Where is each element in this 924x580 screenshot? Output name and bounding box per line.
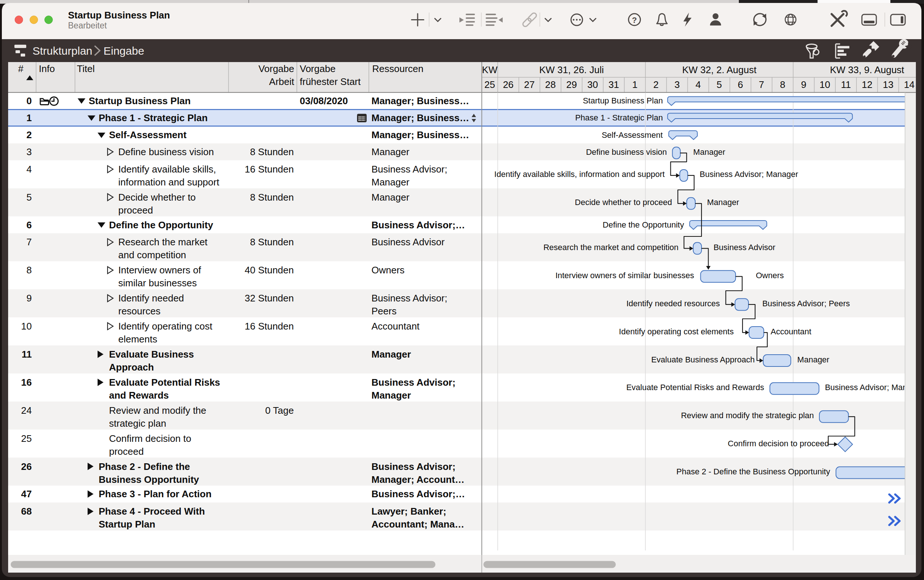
svg-text:6: 6 — [26, 219, 32, 231]
svg-text:7: 7 — [759, 79, 764, 90]
svg-text:16: 16 — [21, 377, 32, 388]
svg-text:Review and modify the strategi: Review and modify the strategic plan — [681, 411, 814, 420]
svg-text:KW 33, 9. August: KW 33, 9. August — [830, 64, 904, 75]
svg-text:Define the Opportunity: Define the Opportunity — [109, 219, 213, 231]
svg-text:32 Stunden: 32 Stunden — [245, 293, 294, 304]
svg-text:Manager: Manager — [693, 147, 726, 157]
svg-text:Startup Business Plan: Startup Business Plan — [583, 96, 663, 105]
svg-text:3: 3 — [675, 79, 680, 90]
svg-text:Vorgabe: Vorgabe — [258, 63, 294, 74]
svg-text:6: 6 — [738, 79, 743, 90]
svg-text:Info: Info — [39, 63, 55, 74]
svg-text:Business Advisor; Peers: Business Advisor; Peers — [762, 299, 850, 308]
svg-text:5: 5 — [717, 79, 722, 90]
svg-text:40 Stunden: 40 Stunden — [245, 265, 294, 275]
svg-text:29: 29 — [566, 79, 577, 90]
svg-text:Phase 3 - Plan for Action: Phase 3 - Plan for Action — [99, 488, 211, 499]
svg-text:Evaluate Business: Evaluate Business — [109, 349, 194, 360]
svg-text:Accountant; Mana…: Accountant; Mana… — [371, 519, 464, 530]
svg-text:47: 47 — [21, 488, 32, 499]
svg-text:4: 4 — [696, 79, 701, 90]
svg-text:Business Advisor;: Business Advisor; — [371, 164, 447, 175]
svg-text:28: 28 — [545, 79, 556, 90]
svg-text:Confirm decision to: Confirm decision to — [109, 433, 191, 444]
svg-text:Business Advisor: Business Advisor — [371, 236, 445, 247]
svg-text:Peers: Peers — [371, 305, 397, 316]
svg-text:Self-Assessment: Self-Assessment — [602, 130, 663, 140]
svg-text:Define business vision: Define business vision — [118, 146, 214, 157]
svg-text:Identify operating cost elemen: Identify operating cost elements — [619, 327, 734, 336]
svg-text:10: 10 — [819, 79, 830, 90]
svg-text:Manager; Business…: Manager; Business… — [371, 95, 469, 106]
svg-text:Evaluate Potential Risks: Evaluate Potential Risks — [109, 377, 220, 388]
svg-text:27: 27 — [524, 79, 535, 90]
svg-text:Confirm decision to proceed: Confirm decision to proceed — [728, 439, 829, 448]
svg-text:Define the Opportunity: Define the Opportunity — [603, 220, 684, 229]
svg-text:Business Advisor;…: Business Advisor;… — [371, 488, 465, 499]
svg-text:14: 14 — [904, 79, 915, 90]
svg-text:Phase 4 - Proceed With: Phase 4 - Proceed With — [99, 506, 205, 517]
svg-text:#: # — [18, 63, 24, 74]
svg-text:30: 30 — [587, 79, 598, 90]
svg-text:8 Stunden: 8 Stunden — [250, 146, 294, 157]
svg-text:Business Advisor;: Business Advisor; — [371, 293, 447, 304]
svg-text:Evaluate Potential Risks and R: Evaluate Potential Risks and Rewards — [626, 383, 764, 392]
svg-text:Identify needed resources: Identify needed resources — [627, 299, 720, 308]
svg-text:Eingabe: Eingabe — [104, 45, 144, 57]
svg-text:8 Stunden: 8 Stunden — [250, 236, 294, 247]
svg-text:Business Advisor;: Business Advisor; — [371, 461, 455, 472]
svg-text:Startup Business Plan: Startup Business Plan — [89, 95, 191, 106]
svg-text:5: 5 — [26, 192, 32, 203]
svg-text:Identify needed: Identify needed — [118, 293, 184, 304]
svg-text:Identify available skills,: Identify available skills, — [118, 164, 216, 175]
svg-text:Manager; Business…: Manager; Business… — [371, 112, 469, 124]
svg-text:0 Tage: 0 Tage — [265, 405, 294, 416]
svg-text:0: 0 — [26, 95, 32, 106]
svg-text:frühester Start: frühester Start — [300, 76, 361, 87]
svg-text:KW 32, 2. August: KW 32, 2. August — [682, 64, 757, 75]
svg-text:Lawyer; Banker;: Lawyer; Banker; — [371, 506, 446, 517]
svg-text:Manager: Manager — [797, 355, 829, 364]
svg-text:9: 9 — [26, 293, 32, 304]
svg-text:26: 26 — [503, 79, 514, 90]
svg-text:Business Opportunity: Business Opportunity — [99, 474, 199, 485]
svg-text:Decide whether to: Decide whether to — [118, 192, 196, 203]
svg-text:Business Advisor; Manager: Business Advisor; Manager — [700, 170, 799, 179]
svg-text:Manager: Manager — [371, 349, 411, 360]
svg-text:Phase 2 - Define the Business: Phase 2 - Define the Business Opportunit… — [676, 467, 830, 476]
svg-text:3: 3 — [26, 146, 32, 157]
svg-text:Manager: Manager — [371, 146, 409, 157]
svg-text:Decide whether to proceed: Decide whether to proceed — [575, 198, 672, 207]
svg-text:Business Advisor; Man: Business Advisor; Man — [825, 383, 908, 392]
svg-text:Owners: Owners — [756, 271, 784, 280]
svg-text:Self-Assessment: Self-Assessment — [109, 129, 186, 140]
svg-text:Phase 1 - Strategic Plan: Phase 1 - Strategic Plan — [575, 113, 663, 122]
svg-text:Titel: Titel — [77, 63, 95, 74]
svg-text:similar businesses: similar businesses — [118, 277, 196, 288]
svg-text:11: 11 — [841, 79, 851, 90]
svg-text:25: 25 — [485, 79, 495, 90]
svg-text:24: 24 — [21, 405, 32, 416]
svg-text:Phase 2 - Define the: Phase 2 - Define the — [99, 461, 190, 472]
svg-text:Identify available skills, inf: Identify available skills, information a… — [494, 170, 665, 179]
svg-text:7: 7 — [26, 236, 32, 247]
svg-text:KW 31, 26. Juli: KW 31, 26. Juli — [539, 64, 604, 75]
svg-text:Manager: Manager — [707, 198, 739, 207]
svg-text:Research the market and compet: Research the market and competition — [543, 243, 678, 252]
svg-text:10: 10 — [21, 321, 32, 332]
svg-text:Accountant: Accountant — [371, 321, 420, 332]
svg-text:Manager; Business…: Manager; Business… — [371, 129, 469, 140]
svg-text:resources: resources — [118, 305, 160, 316]
svg-text:Business Advisor;…: Business Advisor;… — [371, 219, 465, 231]
svg-text:elements: elements — [118, 334, 157, 345]
svg-text:9: 9 — [801, 79, 806, 90]
svg-text:Arbeit: Arbeit — [269, 76, 295, 87]
svg-text:Startup Plan: Startup Plan — [99, 519, 155, 530]
svg-text:Bearbeitet: Bearbeitet — [68, 21, 107, 30]
svg-text:Approach: Approach — [109, 362, 154, 373]
svg-text:2: 2 — [653, 79, 658, 90]
svg-text:68: 68 — [21, 506, 32, 517]
svg-text:Define business vision: Define business vision — [586, 147, 667, 157]
svg-text:?: ? — [632, 15, 637, 25]
svg-text:Identify operating cost: Identify operating cost — [118, 321, 213, 332]
